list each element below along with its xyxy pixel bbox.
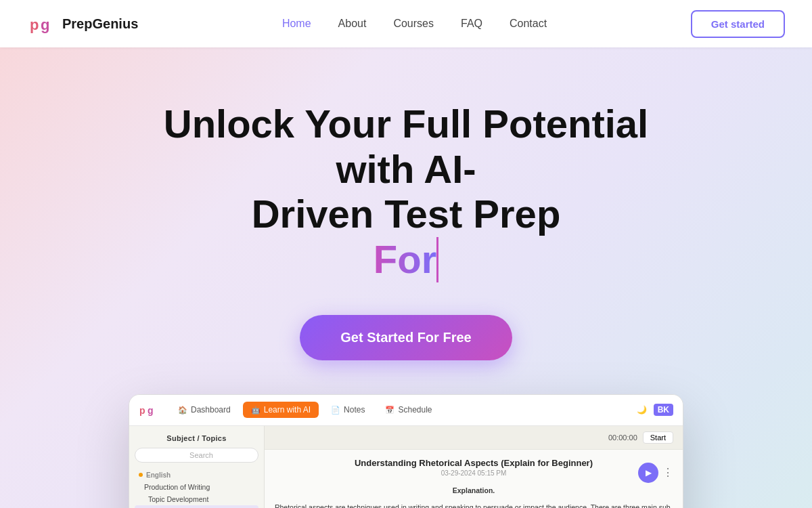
app-content: 00:00:00 Start Understanding Rhetorical …: [265, 426, 683, 508]
timer-display: 00:00:00: [608, 433, 637, 442]
play-button[interactable]: ▶: [638, 463, 658, 483]
hero-title-line2: Driven Test Prep: [252, 192, 561, 236]
app-tab-notes[interactable]: 📄 Notes: [323, 402, 373, 418]
sidebar-item-topic-dev[interactable]: Topic Development: [135, 493, 258, 505]
schedule-icon: 📅: [385, 406, 394, 415]
start-timer-button[interactable]: Start: [643, 431, 673, 444]
notes-icon: 📄: [331, 406, 340, 415]
app-tab-learn-ai[interactable]: 🤖 Learn with AI: [243, 402, 319, 418]
hero-cta-button[interactable]: Get Started For Free: [300, 315, 512, 360]
nav-contact[interactable]: Contact: [510, 18, 547, 29]
home-icon: 🏠: [178, 406, 187, 415]
content-body: Explanation. Rhetorical aspects are tech…: [265, 480, 683, 508]
more-options-button[interactable]: ⋮: [662, 466, 673, 479]
sidebar-search[interactable]: Search: [135, 448, 258, 463]
sidebar-item-english[interactable]: English: [135, 469, 258, 481]
hero-title: Unlock Your Full Potential with AI- Driv…: [129, 102, 683, 282]
navbar: p g PrepGenius Home About Courses FAQ Co…: [0, 0, 812, 47]
nav-courses[interactable]: Courses: [393, 18, 434, 29]
app-tab-dashboard[interactable]: 🏠 Dashboard: [170, 402, 239, 418]
nav-cta-button[interactable]: Get started: [691, 10, 785, 38]
app-body: Subject / Topics 🔍 Search English Produc…: [129, 426, 683, 508]
nav-about[interactable]: About: [338, 18, 367, 29]
hero-animated-word: For: [374, 237, 438, 282]
svg-text:p: p: [139, 405, 145, 416]
hero-section: Unlock Your Full Potential with AI- Driv…: [0, 0, 812, 508]
nav-faq[interactable]: FAQ: [461, 18, 482, 29]
svg-text:g: g: [148, 405, 154, 416]
avatar-badge: BK: [654, 404, 673, 416]
app-logo-icon: p g: [139, 400, 158, 419]
content-play-wrap: ▶ ⋮: [638, 463, 673, 483]
english-dot: [139, 473, 143, 477]
app-tab-schedule[interactable]: 📅 Schedule: [377, 402, 440, 418]
sidebar-item-production[interactable]: Production of Writing: [135, 481, 258, 493]
timer-area: 00:00:00 Start: [608, 431, 673, 444]
logo[interactable]: p g PrepGenius: [27, 9, 138, 38]
ai-icon: 🤖: [251, 406, 261, 415]
nav-home[interactable]: Home: [282, 18, 311, 29]
brand-name: PrepGenius: [62, 16, 138, 32]
content-date: 03-29-2024 05:15 PM: [274, 469, 673, 477]
sidebar-item-rhetorical[interactable]: Understanding Rhetorical A...: [135, 505, 258, 508]
content-header: 00:00:00 Start: [265, 426, 683, 450]
body-p1: Rhetorical aspects are techniques used i…: [274, 502, 673, 508]
app-nav-tabs: 🏠 Dashboard 🤖 Learn with AI 📄 Notes 📅 Sc…: [170, 402, 441, 418]
brand-logo-icon: p g: [27, 9, 55, 38]
dark-mode-icon[interactable]: 🌙: [637, 405, 647, 415]
sidebar-title: Subject / Topics: [135, 434, 258, 448]
content-title-text: Understanding Rhetorical Aspects (Explai…: [274, 458, 673, 468]
sidebar-search-wrap: 🔍 Search: [135, 448, 258, 463]
app-sidebar: Subject / Topics 🔍 Search English Produc…: [129, 426, 265, 508]
nav-links: Home About Courses FAQ Contact: [282, 18, 547, 30]
app-topbar: p g 🏠 Dashboard 🤖 Learn with AI 📄 Notes …: [129, 395, 683, 426]
hero-title-line1: Unlock Your Full Potential with AI-: [164, 102, 648, 191]
svg-text:p: p: [30, 16, 39, 33]
svg-text:g: g: [41, 16, 49, 33]
content-title-area: Understanding Rhetorical Aspects (Explai…: [265, 450, 683, 480]
app-topbar-right: 🌙 BK: [637, 404, 673, 416]
body-heading: Explanation.: [274, 485, 673, 496]
app-preview: p g 🏠 Dashboard 🤖 Learn with AI 📄 Notes …: [129, 394, 683, 508]
